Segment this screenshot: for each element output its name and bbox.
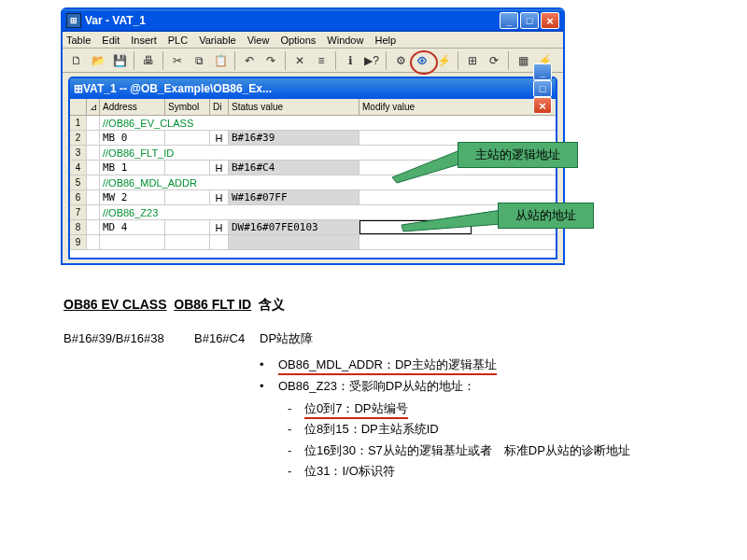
bullet-1: •OB86_MDL_ADDR：DP主站的逻辑基址: [260, 356, 680, 374]
save-icon[interactable]: 💾: [109, 50, 130, 71]
undo-icon[interactable]: ↶: [239, 50, 260, 71]
cell-addr[interactable]: MD 4: [100, 220, 165, 234]
menu-help[interactable]: Help: [374, 35, 396, 46]
toolbar: 🗋 📂 💾 🖶 ✂ ⧉ 📋 ↶ ↷ ✕ ≡ ℹ ▶? ⚙ ⚡ ⊞ ⟳ ▦ ⚡: [63, 49, 563, 73]
cell-status[interactable]: B#16#C4: [229, 161, 359, 175]
context-help-icon[interactable]: ▶?: [361, 50, 382, 71]
cell-comment[interactable]: //OB86_MDL_ADDR: [100, 175, 472, 189]
cell-marker[interactable]: [87, 161, 100, 175]
vat-title: VAT_1 -- @OB_Example\OB86_Ex...: [83, 82, 533, 95]
cell-marker[interactable]: [87, 146, 100, 160]
cell-disp[interactable]: [210, 235, 229, 249]
menu-window[interactable]: Window: [327, 35, 363, 46]
cell-modify[interactable]: [359, 190, 472, 204]
vat-window: ⊞ VAT_1 -- @OB_Example\OB86_Ex... _ □ × …: [68, 77, 557, 259]
paste-icon[interactable]: 📋: [210, 50, 231, 71]
vat-close-button[interactable]: ×: [533, 97, 552, 114]
cell-addr[interactable]: [100, 235, 165, 249]
col-rownum[interactable]: [70, 99, 87, 115]
col-symbol[interactable]: Symbol: [165, 99, 210, 115]
menu-options[interactable]: Options: [280, 35, 316, 46]
cell-modify[interactable]: [359, 235, 472, 249]
minimize-button[interactable]: _: [500, 12, 518, 29]
help-icon[interactable]: ℹ: [340, 50, 360, 71]
cell-marker[interactable]: [87, 175, 100, 189]
cell-comment[interactable]: //OB86_FLT_ID: [100, 146, 472, 160]
delete-icon[interactable]: ✕: [289, 50, 310, 71]
cell-sym[interactable]: [165, 190, 210, 204]
cell-marker[interactable]: [87, 116, 100, 130]
col-display[interactable]: Di: [210, 99, 229, 115]
table-row[interactable]: 6MW 2HW#16#07FF: [70, 190, 556, 205]
cell-sym[interactable]: [165, 235, 210, 249]
update-icon[interactable]: ⟳: [484, 50, 504, 71]
vat-minimize-button[interactable]: _: [533, 63, 552, 80]
cell-addr[interactable]: MW 2: [100, 190, 165, 204]
cell-marker[interactable]: [87, 220, 100, 234]
close-button[interactable]: ×: [541, 12, 559, 29]
cell-status[interactable]: W#16#07FF: [229, 190, 359, 204]
cell-disp[interactable]: H: [210, 190, 229, 204]
cell-rownum: 4: [70, 161, 87, 175]
menu-table[interactable]: Table: [66, 35, 91, 46]
cell-disp[interactable]: H: [210, 220, 229, 234]
menu-plc[interactable]: PLC: [168, 35, 188, 46]
cell-addr[interactable]: MB 1: [100, 161, 165, 175]
activate-icon[interactable]: ▦: [513, 50, 533, 71]
cell-comment[interactable]: //OB86_EV_CLASS: [100, 116, 472, 130]
cell-addr[interactable]: MB 0: [100, 131, 165, 145]
vat-titlebar[interactable]: ⊞ VAT_1 -- @OB_Example\OB86_Ex... _ □ ×: [70, 78, 556, 99]
menu-edit[interactable]: Edit: [102, 35, 120, 46]
table-row[interactable]: 7//OB86_Z23: [70, 205, 556, 220]
cell-modify[interactable]: [359, 220, 472, 234]
menu-view[interactable]: View: [247, 35, 270, 46]
cell-status[interactable]: DW#16#07FE0103: [229, 220, 359, 234]
menu-variable[interactable]: Variable: [199, 35, 236, 46]
table-row[interactable]: 5//OB86_MDL_ADDR: [70, 175, 556, 190]
redo-icon[interactable]: ↷: [261, 50, 281, 71]
cell-marker[interactable]: [87, 235, 100, 249]
options-icon[interactable]: ⚙: [390, 50, 411, 71]
cell-disp[interactable]: H: [210, 161, 229, 175]
cut-icon[interactable]: ✂: [167, 50, 188, 71]
col-marker[interactable]: ⊿: [87, 99, 100, 115]
table-row[interactable]: 1//OB86_EV_CLASS: [70, 116, 556, 131]
cell-marker[interactable]: [87, 190, 100, 204]
col-modify[interactable]: Modify value: [359, 99, 472, 115]
maximize-button[interactable]: □: [520, 12, 539, 29]
open-icon[interactable]: 📂: [88, 50, 108, 71]
cell-sym[interactable]: [165, 220, 210, 234]
trigger-icon[interactable]: ⊞: [462, 50, 483, 71]
cell-rownum: 8: [70, 220, 87, 234]
cell-disp[interactable]: H: [210, 131, 229, 145]
col-status[interactable]: Status value: [229, 99, 359, 115]
vat-maximize-button[interactable]: □: [533, 80, 552, 97]
col-address[interactable]: Address: [100, 99, 165, 115]
insert-row-icon[interactable]: ≡: [311, 50, 331, 71]
copy-icon[interactable]: ⧉: [189, 50, 209, 71]
cell-modify[interactable]: [359, 161, 472, 175]
cell-marker[interactable]: [87, 131, 100, 145]
doc-col2: B#16#C4: [194, 329, 260, 348]
table-row[interactable]: 8MD 4HDW#16#07FE0103: [70, 220, 556, 235]
print-icon[interactable]: 🖶: [138, 50, 159, 71]
cell-comment[interactable]: //OB86_Z23: [100, 205, 472, 219]
menu-insert[interactable]: Insert: [131, 35, 157, 46]
titlebar[interactable]: ⊞ Var - VAT_1 _ □ ×: [63, 9, 563, 32]
cell-rownum: 5: [70, 175, 87, 189]
cell-marker[interactable]: [87, 205, 100, 219]
cell-status[interactable]: [229, 235, 359, 249]
cell-sym[interactable]: [165, 161, 210, 175]
table-row[interactable]: 9: [70, 235, 556, 250]
monitor-icon[interactable]: [412, 50, 432, 71]
callout-master-address: 主站的逻辑地址: [458, 142, 578, 168]
menubar: Table Edit Insert PLC Variable View Opti…: [63, 32, 563, 49]
doc-section: OB86 EV CLASS OB86 FLT ID 含义 B#16#39/B#1…: [63, 295, 680, 483]
cell-modify[interactable]: [359, 131, 472, 145]
doc-row-1: B#16#39/B#16#38 B#16#C4 DP站故障: [63, 329, 680, 348]
sub-1: -位0到7：DP站编号: [288, 399, 680, 418]
title-meaning: 含义: [259, 297, 285, 312]
cell-sym[interactable]: [165, 131, 210, 145]
new-icon[interactable]: 🗋: [66, 50, 87, 71]
cell-status[interactable]: B#16#39: [229, 131, 359, 145]
